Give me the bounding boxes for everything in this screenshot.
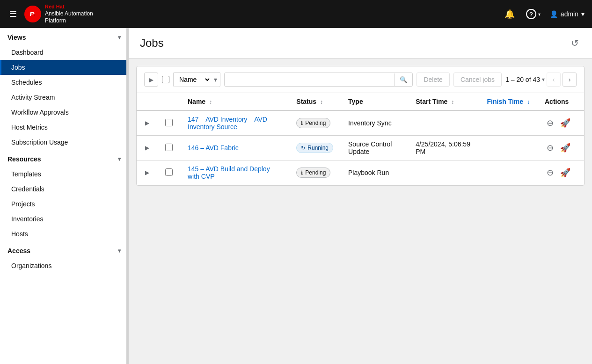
sidebar-item-credentials[interactable]: Credentials [0, 182, 128, 197]
pagination-info: 1 – 20 of 43 ▾ ‹ › [505, 73, 577, 87]
sidebar-item-hosts[interactable]: Hosts [0, 226, 128, 241]
sidebar-item-label: Hosts [11, 230, 28, 238]
job-name-link[interactable]: 146 – AVD Fabric [188, 144, 239, 152]
filter-caret-icon: ▾ [211, 76, 220, 83]
sort-name-icon[interactable]: ↕ [209, 99, 212, 105]
prev-icon: ‹ [553, 76, 555, 83]
sidebar-item-schedules[interactable]: Schedules [0, 75, 128, 90]
action-buttons: ⊖ 🚀 [545, 167, 577, 179]
sidebar-item-host-metrics[interactable]: Host Metrics [0, 120, 128, 135]
sidebar-section-access[interactable]: Access ▾ [0, 241, 128, 258]
sidebar-item-inventories[interactable]: Inventories [0, 211, 128, 226]
row-expand-button[interactable]: ▶ [144, 144, 150, 152]
sort-finish-time-icon[interactable]: ↓ [527, 99, 530, 105]
relaunch-job-button[interactable]: 🚀 [558, 117, 572, 129]
job-type: Playbook Run [348, 169, 389, 176]
status-icon: ℹ [301, 120, 303, 126]
jobs-table: Name ↕ Status ↕ Type Start Time ↕ [137, 93, 584, 185]
sidebar-item-label: Jobs [11, 64, 25, 71]
jobs-table-card: ▶ Name ▾ 🔍 Delete [136, 66, 585, 186]
rocket-icon: 🚀 [560, 118, 570, 128]
cancel-job-button[interactable]: ⊖ [545, 167, 555, 179]
delete-button[interactable]: Delete [417, 73, 449, 87]
row-actions-cell: ⊖ 🚀 [537, 160, 584, 185]
question-icon: ? [526, 9, 536, 19]
user-caret-icon: ▾ [581, 10, 585, 18]
user-menu[interactable]: 👤 admin ▾ [550, 10, 585, 18]
row-checkbox[interactable] [165, 119, 173, 126]
row-type-cell: Playbook Run [341, 160, 408, 185]
row-check-cell [158, 110, 180, 136]
hamburger-button[interactable]: ☰ [7, 7, 19, 21]
select-all-checkbox[interactable] [162, 76, 169, 83]
relaunch-job-button[interactable]: 🚀 [558, 142, 572, 154]
th-actions-label: Actions [545, 98, 569, 105]
th-status: Status ↕ [289, 93, 341, 110]
cancel-jobs-button[interactable]: Cancel jobs [453, 73, 502, 87]
filter-select[interactable]: Name [174, 73, 211, 87]
th-start-time-label: Start Time [416, 98, 447, 105]
sidebar-item-dashboard[interactable]: Dashboard [0, 45, 128, 60]
access-chevron-icon: ▾ [118, 248, 121, 254]
row-check-cell [158, 136, 180, 160]
sidebar-item-label: Dashboard [11, 49, 44, 56]
status-badge: ℹ Pending [296, 167, 330, 178]
sidebar-item-jobs[interactable]: Jobs [0, 60, 128, 75]
expand-all-button[interactable]: ▶ [144, 73, 158, 87]
table-toolbar: ▶ Name ▾ 🔍 Delete [137, 66, 584, 93]
bell-icon: 🔔 [504, 9, 515, 19]
row-start-time-cell [408, 160, 479, 185]
job-name-link[interactable]: 145 – AVD Build and Deploy with CVP [188, 165, 270, 180]
sidebar-item-subscription-usage[interactable]: Subscription Usage [0, 135, 128, 150]
rocket-icon: 🚀 [560, 167, 570, 178]
th-name-label: Name [188, 98, 205, 105]
start-time: 4/25/2024, 5:06:59 PM [416, 140, 470, 155]
search-button[interactable]: 🔍 [395, 73, 412, 86]
sort-status-icon[interactable]: ↕ [320, 99, 323, 105]
pagination-text: 1 – 20 of 43 [505, 76, 540, 83]
history-button[interactable]: ↺ [569, 36, 581, 51]
sidebar-item-workflow-approvals[interactable]: Workflow Approvals [0, 105, 128, 120]
th-name: Name ↕ [180, 93, 289, 110]
job-type: Inventory Sync [348, 119, 392, 127]
th-status-label: Status [296, 98, 316, 105]
row-checkbox[interactable] [165, 168, 173, 176]
sidebar-item-label: Subscription Usage [11, 138, 68, 146]
sidebar-item-activity-stream[interactable]: Activity Stream [0, 90, 128, 105]
row-checkbox[interactable] [165, 144, 173, 151]
history-icon: ↺ [571, 38, 579, 48]
notifications-button[interactable]: 🔔 [503, 7, 517, 21]
app-body: Views ▾ Dashboard Jobs Schedules Activit… [0, 28, 592, 364]
cancel-job-button[interactable]: ⊖ [545, 117, 555, 129]
row-expand-button[interactable]: ▶ [144, 168, 150, 177]
jobs-table-body: ▶ 147 – AVD Inventory – AVD Inventory So… [137, 110, 584, 185]
rocket-icon: 🚀 [560, 143, 570, 153]
relaunch-job-button[interactable]: 🚀 [558, 167, 572, 179]
delete-label: Delete [424, 76, 442, 83]
sort-start-time-icon[interactable]: ↕ [451, 99, 454, 105]
help-button[interactable]: ? ▾ [524, 7, 542, 21]
table-row: ▶ 146 – AVD Fabric ↻ Running [137, 136, 584, 160]
sidebar-section-resources[interactable]: Resources ▾ [0, 150, 128, 167]
sidebar-item-label: Host Metrics [11, 124, 48, 131]
row-expand-button[interactable]: ▶ [144, 119, 150, 127]
sidebar-item-label: Inventories [11, 215, 43, 223]
cancel-icon: ⊖ [547, 118, 554, 128]
job-name-link[interactable]: 147 – AVD Inventory – AVD Inventory Sour… [188, 116, 267, 131]
pagination-caret-icon: ▾ [542, 76, 545, 83]
search-input[interactable] [225, 73, 395, 86]
sidebar-item-templates[interactable]: Templates [0, 167, 128, 182]
th-type-label: Type [348, 98, 363, 105]
sidebar-item-organizations[interactable]: Organizations [0, 258, 128, 273]
action-buttons: ⊖ 🚀 [545, 142, 577, 154]
row-finish-time-cell [480, 136, 537, 160]
sidebar-section-views[interactable]: Views ▾ [0, 28, 128, 45]
sidebar-item-projects[interactable]: Projects [0, 197, 128, 211]
cancel-job-button[interactable]: ⊖ [545, 142, 555, 154]
prev-page-button[interactable]: ‹ [547, 73, 561, 87]
row-expand-cell: ▶ [137, 160, 158, 185]
row-actions-cell: ⊖ 🚀 [537, 136, 584, 160]
top-navigation: ☰ Red Hat Ansible Automation Platform 🔔 [0, 0, 592, 28]
status-label: Pending [305, 169, 326, 176]
next-page-button[interactable]: › [563, 73, 577, 87]
